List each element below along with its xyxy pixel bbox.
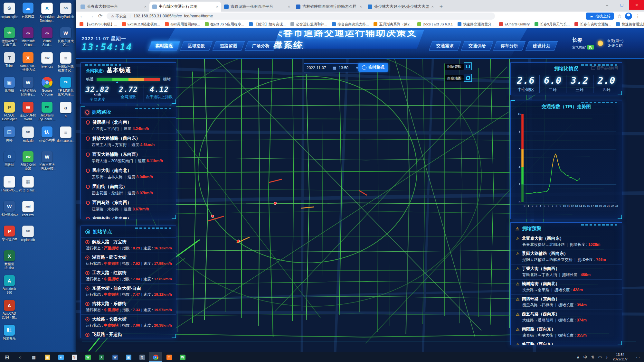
- bookmark-item[interactable]: 公交运行监测和评...: [290, 22, 327, 27]
- bookmark-item[interactable]: Docs | Ext JS 6.0.1: [417, 22, 453, 26]
- bookmark-item[interactable]: 【ExtjsV6.0初级】...: [80, 22, 117, 27]
- taskbar-folder-icon[interactable]: ▣: [122, 352, 135, 362]
- desktop-icon[interactable]: DBccplan.db: [19, 226, 37, 242]
- nav-button[interactable]: 交通供给: [461, 41, 494, 51]
- nav-button[interactable]: 广场分析: [245, 41, 277, 51]
- taskbar-file-explorer-icon[interactable]: ▣: [41, 352, 54, 362]
- address-bar[interactable]: ⚠ 不安全 | 192.168.253.31:8085/lts/cc_fcd/h…: [107, 13, 495, 20]
- desktop-icon[interactable]: ⚙ccplan.sqlite: [0, 3, 18, 19]
- back-button[interactable]: ←: [80, 14, 85, 19]
- warning-item[interactable]: ⚠北亚泰大街（西向东） 长春北收费站→北四环路|拥堵长度 : 1028m: [511, 234, 622, 249]
- basemap-button[interactable]: [464, 74, 472, 82]
- taskbar-sogou-icon[interactable]: S: [68, 352, 81, 362]
- desktop-icon[interactable]: ♻回收站: [0, 151, 18, 167]
- bookmark-item[interactable]: 快速路交通流量分...: [458, 22, 494, 27]
- desktop-icon[interactable]: DBxcdy.db: [19, 126, 37, 143]
- taskbar-ie-icon[interactable]: e: [54, 352, 68, 362]
- taskbar-start-icon[interactable]: ⊞: [0, 352, 14, 362]
- upload-extension-chip[interactable]: ☁ 拖拽上传: [586, 13, 614, 20]
- browser-tab[interactable]: 市政设施一张图管理平台 ×: [221, 2, 293, 12]
- live-traffic-button[interactable]: 实时路况: [358, 63, 388, 72]
- congested-road-item[interactable]: 民丰大街（南向北） 安乐街→吉林大路|速度:8.04km/h: [81, 166, 176, 182]
- browser-menu-icon[interactable]: ⋮: [636, 14, 640, 19]
- browser-tab[interactable]: 中心城区交通运行监测 ×: [149, 2, 221, 12]
- congested-road-item[interactable]: 西安大路辅路（东向西） 学府大道→208医院南门|速度:6.11km/h: [81, 150, 176, 166]
- taskbar-search-icon[interactable]: ○: [14, 352, 27, 362]
- congested-node-item[interactable]: 吉林大路 - 乐群街 运行状态 : 中度拥堵|指数 : 7.33|速度 : 19…: [81, 299, 176, 315]
- profile-avatar[interactable]: [625, 13, 632, 20]
- nav-button[interactable]: 实时路况: [148, 41, 181, 51]
- bookmark-item[interactable]: 综合会商决策支持...: [332, 22, 369, 27]
- desktop-icon[interactable]: X数据需求.xlsx: [0, 250, 18, 270]
- bookmark-item[interactable]: 【前沿】如何实现...: [249, 22, 286, 27]
- tray-network-icon[interactable]: ⇅: [591, 355, 594, 359]
- tray-hidden-icons-icon[interactable]: ∧: [577, 355, 580, 359]
- desktop-icon[interactable]: csvlayer.csv: [38, 52, 56, 69]
- warning-item[interactable]: ⚠西五马路（西向东） 大经路→通顺胡同|拥堵长度 : 374m: [511, 310, 622, 325]
- tray-ime-icon[interactable]: 中: [583, 355, 587, 360]
- new-tab-button[interactable]: +: [437, 2, 446, 11]
- bookmark-item[interactable]: 长春市实时交通情...: [574, 22, 611, 27]
- tab-close-icon[interactable]: ×: [288, 4, 290, 9]
- desktop-icon[interactable]: PPLSQL Developer: [0, 102, 18, 121]
- desktop-icon[interactable]: W长春市建成区...: [57, 27, 75, 47]
- minimize-button[interactable]: –: [600, 0, 614, 10]
- bookmark-item[interactable]: 快速路交通流量分...: [616, 22, 644, 27]
- nav-button[interactable]: 区域指数: [180, 41, 213, 51]
- desktop-icon[interactable]: 认认证小助手: [38, 126, 56, 142]
- taskbar-firefox-icon[interactable]: f: [162, 352, 176, 362]
- tray-battery-icon[interactable]: ▭: [598, 355, 602, 359]
- map-time-select[interactable]: 13:50▼: [336, 63, 362, 72]
- tab-close-icon[interactable]: ×: [431, 4, 434, 9]
- desktop-icon[interactable]: Xxampp-co... - 快捷方式: [19, 52, 37, 71]
- tab-close-icon[interactable]: ×: [359, 4, 362, 9]
- warning-item[interactable]: ⚠南阳路（西向东） 康泰街→和平大街|拥堵长度 : 355m: [511, 325, 622, 340]
- desktop-icon[interactable]: DBJcdyPad.db: [57, 3, 75, 19]
- desktop-icon[interactable]: xmlconf.xml: [19, 201, 37, 217]
- taskbar-word-icon[interactable]: W: [108, 352, 122, 362]
- congested-road-item[interactable]: 健康胡同（北向南） 白强街→平治街|速度:4.24km/h: [81, 118, 176, 134]
- desktop-icon[interactable]: aa: [57, 102, 75, 118]
- bookmark-item[interactable]: ECharts Gallery: [499, 22, 530, 26]
- nav-button[interactable]: 停车分析: [493, 41, 526, 51]
- bookmark-item[interactable]: Extjs6.2.0搭建项目...: [122, 22, 160, 27]
- desktop-icon[interactable]: W长春市五大污水处理系...: [38, 151, 56, 171]
- taskbar-wechat-icon[interactable]: W: [81, 352, 95, 362]
- desktop-icon[interactable]: ☁百度网盘: [19, 3, 37, 18]
- action-center-icon[interactable]: ▭: [633, 352, 643, 362]
- warning-item[interactable]: ⚠丁香大街（东向西） 育民北路→丁香大街|拥堵长度 : 480m: [511, 265, 622, 280]
- desktop-icon[interactable]: W水环境.docx: [0, 201, 18, 217]
- congested-road-item[interactable]: 西四马路（东向西） 汪清路→永春路|速度:8.67km/h: [81, 198, 176, 214]
- nav-button[interactable]: 道路监测: [213, 41, 245, 51]
- forward-button[interactable]: →: [89, 14, 94, 19]
- desktop-icon[interactable]: AAutoCAD 2014 - 简..: [0, 300, 18, 319]
- reload-button[interactable]: ⟳: [98, 14, 102, 19]
- desktop-icon[interactable]: </>微信web开发者工具: [0, 27, 18, 47]
- desktop-icon[interactable]: ≡dem.aux.x...: [57, 126, 75, 143]
- warning-item[interactable]: ⚠景阳大路辅路（西向东） 景阳大路辅路→西解放立交桥|拥堵长度 : 746m: [511, 249, 622, 265]
- taskbar-clock[interactable]: 13:542022/11/7: [611, 353, 629, 361]
- map-date-picker[interactable]: 2022-11-07▦: [304, 63, 339, 72]
- congested-node-item[interactable]: 大经路 - 长春大街 运行状态 : 中度拥堵|指数 : 7.06|速度 : 20…: [81, 315, 176, 330]
- congested-node-item[interactable]: 飞跃路 - 开运街 运行状态 : 中度拥堵|指数 : 6.8|速度 : 21.1…: [81, 330, 176, 338]
- browser-tab[interactable]: 孙少林大夫好不好.孙少林大夫怎 ×: [365, 2, 437, 12]
- close-button[interactable]: ×: [629, 0, 644, 10]
- bookmark-item[interactable]: ajax调用返回php...: [165, 22, 200, 27]
- desktop-icon[interactable]: TThink: [0, 52, 18, 68]
- maximize-button[interactable]: ▢: [614, 0, 629, 10]
- congested-road-item[interactable]: 解放大路辅路（西向东） 西民主大街→万宝街|速度:4.6km/h: [81, 134, 176, 150]
- taskbar-search-tool-icon[interactable]: Q: [135, 352, 149, 362]
- tray-volume-icon[interactable]: ♪: [606, 355, 608, 359]
- desktop-icon[interactable]: ∞Microsoft Visual Stud...: [19, 27, 37, 47]
- bookmark-item[interactable]: 在Ext JS 5应用程序...: [205, 22, 244, 27]
- desktop-icon[interactable]: 360360安全浏览器: [19, 151, 37, 171]
- browser-tab[interactable]: 吉林省肿瘤医院治疗肺癌怎么样 ×: [293, 2, 365, 12]
- congested-node-item[interactable]: 湖西路 - 延安大街 运行状态 : 中度拥堵|指数 : 7.92|速度 : 17…: [81, 253, 176, 268]
- desktop-icon[interactable]: ≡升级版问题检查情况...: [57, 52, 75, 72]
- warning-item[interactable]: ⚠南四环路（东向西） 秦皇岛路→祥禄街|拥堵长度 : 394m: [511, 295, 622, 310]
- desktop-icon[interactable]: PCJetBrains PyCharm ...: [38, 102, 56, 121]
- browser-tab[interactable]: 长春市大数据平台 ×: [78, 2, 149, 12]
- bookmark-item[interactable]: 五月渐离系列（第2...: [374, 22, 412, 27]
- congested-node-item[interactable]: 解放大路 - 万宝街 运行状态 : 严重拥堵|指数 : 8.29|速度 : 16…: [81, 237, 176, 253]
- nav-button[interactable]: 交通需求: [429, 41, 461, 51]
